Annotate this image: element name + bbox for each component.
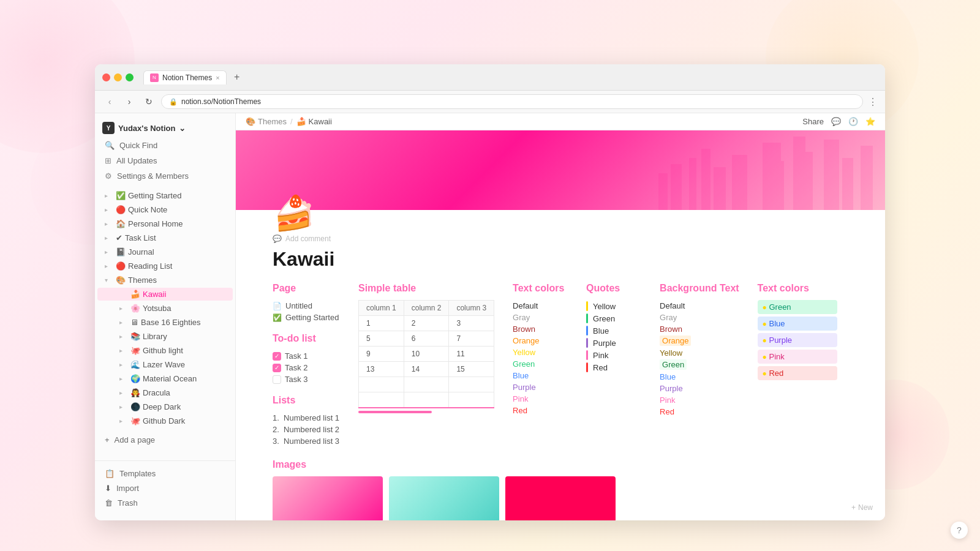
- new-button[interactable]: + New: [851, 501, 873, 514]
- sidebar-item-library[interactable]: ▸ 📚 Library: [97, 330, 233, 343]
- back-button[interactable]: ‹: [102, 94, 117, 109]
- image-thumb-pink: [273, 476, 383, 520]
- expand-icon: ▸: [105, 263, 113, 269]
- sidebar-item-label: Dracula: [143, 388, 228, 397]
- add-page-button[interactable]: + Add a page: [97, 433, 233, 447]
- quote-label-red: Red: [593, 363, 608, 372]
- sidebar-item-base16[interactable]: ▸ 🖥 Base 16 Eighties: [97, 316, 233, 329]
- active-tab[interactable]: N Notion Themes ×: [143, 70, 227, 84]
- todo-checkbox-2[interactable]: ✓: [273, 364, 281, 372]
- close-button[interactable]: [102, 73, 110, 81]
- bt-yellow: Yellow: [660, 347, 739, 359]
- table-cell: 6: [404, 331, 449, 347]
- add-comment-button[interactable]: 💬 Add comment: [273, 234, 848, 243]
- expand-icon: ▸: [105, 220, 113, 227]
- templates-button[interactable]: 📋 Templates: [97, 467, 233, 481]
- sidebar-item-getting-started[interactable]: ▸ ✅ Getting Started: [97, 189, 233, 202]
- favorite-icon[interactable]: ⭐: [865, 117, 875, 126]
- list-item-2: 2. Numbered list 2: [273, 424, 340, 435]
- sidebar-item-kawaii[interactable]: 🍰 Kawaii: [97, 288, 233, 301]
- sidebar-item-material-ocean[interactable]: ▸ 🌍 Material Ocean: [97, 372, 233, 385]
- forward-button[interactable]: ›: [122, 94, 137, 109]
- import-button[interactable]: ⬇ Import: [97, 481, 233, 495]
- trash-button[interactable]: 🗑 Trash: [97, 496, 233, 510]
- share-button[interactable]: Share: [802, 117, 824, 126]
- workspace-selector[interactable]: Y Yudax's Notion ⌄: [95, 118, 235, 138]
- settings-icon: ⚙: [105, 171, 112, 181]
- all-updates-button[interactable]: ⊞ All Updates: [97, 154, 233, 168]
- quote-pink: Pink: [586, 349, 641, 361]
- item-emoji: 🎨: [116, 276, 126, 285]
- workspace-icon: Y: [102, 122, 115, 134]
- breadcrumb-themes[interactable]: 🎨 Themes: [246, 117, 287, 126]
- all-updates-label: All Updates: [116, 156, 157, 165]
- browser-navbar: ‹ › ↻ 🔒 notion.so/NotionThemes ⋮: [95, 91, 885, 113]
- todo-checkbox-3[interactable]: [273, 375, 281, 384]
- expand-icon: ▸: [119, 375, 128, 382]
- sidebar-item-journal[interactable]: ▸ 📓 Journal: [97, 246, 233, 258]
- item-emoji: 🐙: [130, 416, 140, 425]
- quotes-section: Quotes Yellow Green Blue: [586, 283, 641, 447]
- bt-red: Red: [660, 406, 739, 418]
- table-cell: 1: [359, 316, 404, 331]
- tab-close-button[interactable]: ×: [216, 74, 219, 81]
- expand-icon: ▸: [105, 249, 113, 255]
- comment-icon[interactable]: 💬: [831, 117, 841, 126]
- updates-icon: ⊞: [105, 156, 111, 165]
- quote-bar-blue: [586, 326, 588, 335]
- table-cell: 9: [359, 347, 404, 362]
- sidebar-item-personal-home[interactable]: ▸ 🏠 Personal Home: [97, 217, 233, 230]
- table-cell: 13: [359, 362, 404, 377]
- page-item-getting-started[interactable]: ✅ Getting Started: [273, 312, 340, 323]
- sidebar-item-themes[interactable]: ▾ 🎨 Themes: [97, 274, 233, 287]
- sidebar-item-label: Personal Home: [128, 219, 228, 228]
- maximize-button[interactable]: [126, 73, 134, 81]
- new-tab-button[interactable]: +: [229, 69, 245, 85]
- sidebar-item-github-dark[interactable]: ▸ 🐙 Github Dark: [97, 414, 233, 427]
- simple-table-section: Simple table column 1 column 2 column 3: [358, 283, 494, 447]
- item-emoji: 🌸: [130, 304, 140, 313]
- settings-button[interactable]: ⚙ Settings & Members: [97, 169, 233, 183]
- table-cell: 5: [359, 331, 404, 347]
- sidebar-item-lazer-wave[interactable]: ▸ 🌊 Lazer Wave: [97, 358, 233, 371]
- sidebar-item-github-light[interactable]: ▸ 🐙 Github light: [97, 344, 233, 357]
- sidebar-item-dracula[interactable]: ▸ 🧛 Dracula: [97, 386, 233, 399]
- minimize-button[interactable]: [114, 73, 122, 81]
- table-row: 5 6 7: [359, 331, 494, 347]
- table-scrollbar[interactable]: [358, 411, 432, 413]
- todo-checkbox-1[interactable]: ✓: [273, 352, 281, 361]
- add-page-label: Add a page: [115, 435, 156, 444]
- table-cell: 14: [404, 362, 449, 377]
- quick-find-button[interactable]: 🔍 Quick Find: [97, 138, 233, 152]
- sidebar-item-reading-list[interactable]: ▸ 🔴 Reading List: [97, 260, 233, 272]
- text-color-purple: Purple: [513, 381, 568, 393]
- help-button[interactable]: ?: [951, 522, 968, 539]
- sidebar-item-yotsuba[interactable]: ▸ 🌸 Yotsuba: [97, 302, 233, 315]
- expand-icon: ▸: [119, 403, 128, 410]
- table-row: 1 2 3: [359, 316, 494, 331]
- image-thumb-teal: [389, 476, 499, 520]
- table-cell: [449, 377, 494, 392]
- workspace-caret: ⌄: [179, 124, 186, 133]
- images-title: Images: [273, 459, 848, 470]
- table-cell: [404, 392, 449, 408]
- breadcrumb-kawaii[interactable]: 🍰 Kawaii: [296, 117, 332, 126]
- text-color-red: Red: [513, 405, 568, 416]
- more-options-button[interactable]: ⋮: [868, 96, 878, 108]
- refresh-button[interactable]: ↻: [141, 94, 156, 109]
- sidebar-item-task-list[interactable]: ▸ ✔ Task List: [97, 231, 233, 244]
- address-bar[interactable]: 🔒 notion.so/NotionThemes: [161, 94, 863, 109]
- sidebar-item-deep-dark[interactable]: ▸ 🌑 Deep Dark: [97, 400, 233, 413]
- quote-blue: Blue: [586, 324, 641, 337]
- history-icon[interactable]: 🕐: [848, 117, 858, 126]
- todo-label-1: Task 1: [285, 351, 308, 361]
- quick-find-label: Quick Find: [119, 141, 157, 150]
- page-section-title: Page: [273, 283, 340, 294]
- quote-green: Green: [586, 312, 641, 324]
- todo-label-3: Task 3: [285, 375, 308, 384]
- page-item-untitled[interactable]: 📄 Untitled: [273, 300, 340, 312]
- sidebar-item-quick-note[interactable]: ▸ 🔴 Quick Note: [97, 203, 233, 216]
- text-color-blue: Blue: [513, 370, 568, 381]
- workspace-label: Yudax's Notion: [118, 124, 175, 133]
- todo-item-1: ✓ Task 1: [273, 350, 340, 362]
